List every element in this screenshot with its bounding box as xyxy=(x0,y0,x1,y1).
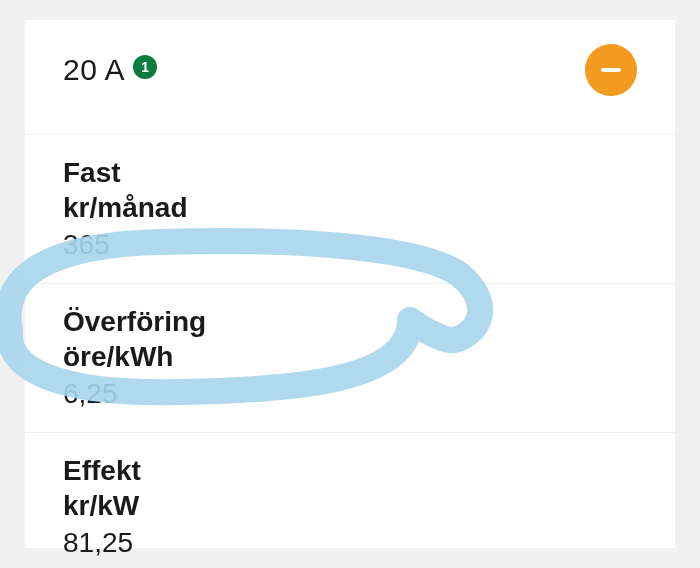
row-label: Fast xyxy=(63,155,637,190)
count-badge: 1 xyxy=(133,55,157,79)
header-left: 20 A 1 xyxy=(63,53,157,87)
row-label: Överföring xyxy=(63,304,637,339)
svg-rect-0 xyxy=(601,68,621,72)
row-value: 81,25 xyxy=(63,527,637,559)
price-row-overforing: Överföring öre/kWh 6,25 xyxy=(25,283,675,432)
row-value: 365 xyxy=(63,229,637,261)
row-unit: kr/kW xyxy=(63,488,637,523)
row-unit: öre/kWh xyxy=(63,339,637,374)
collapse-button[interactable] xyxy=(585,44,637,96)
card-header: 20 A 1 xyxy=(25,20,675,134)
row-unit: kr/månad xyxy=(63,190,637,225)
row-label: Effekt xyxy=(63,453,637,488)
card-title: 20 A xyxy=(63,53,125,87)
price-row-fast: Fast kr/månad 365 xyxy=(25,134,675,283)
row-value: 6,25 xyxy=(63,378,637,410)
minus-icon xyxy=(601,68,621,72)
price-row-effekt: Effekt kr/kW 81,25 xyxy=(25,432,675,568)
pricing-card: 20 A 1 Fast kr/månad 365 Överföring öre/… xyxy=(25,20,675,548)
